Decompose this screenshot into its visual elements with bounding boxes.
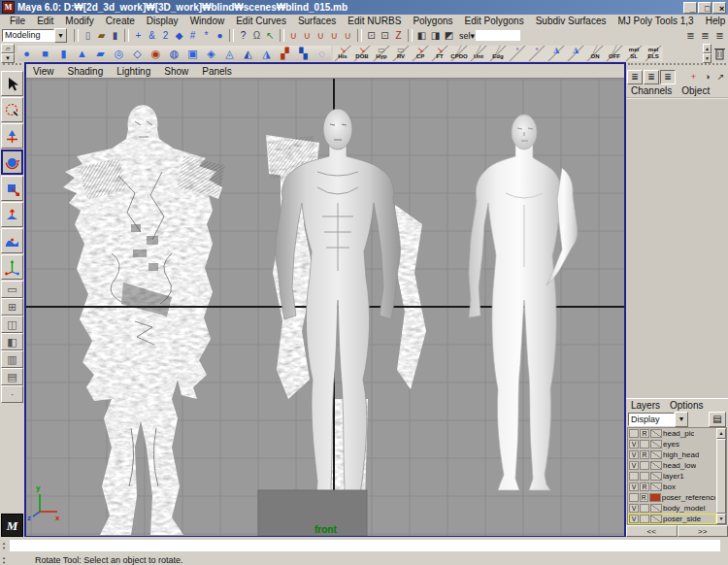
layer-mode-selector[interactable]: Display ▼ <box>628 413 688 426</box>
shelf-script-snap-button[interactable]: * <box>527 46 546 61</box>
menubar-item[interactable]: Polygons <box>407 16 458 26</box>
layer-name[interactable]: poser_reference <box>662 493 715 502</box>
layer-row[interactable]: layer1 <box>628 471 716 482</box>
combine-poly-icon[interactable]: ◍ <box>165 46 183 61</box>
help-mode-icon[interactable]: ? <box>237 29 249 42</box>
tool-settings-toggle-icon[interactable]: ≣ <box>699 29 711 42</box>
hypergraph-persp-layout-button[interactable]: ▥ <box>1 350 23 368</box>
scrollbar-thumb[interactable] <box>716 439 726 514</box>
viewport-menu-item[interactable]: View <box>26 66 61 77</box>
scroll-down-icon[interactable]: ▼ <box>716 514 726 524</box>
select-tool[interactable] <box>1 71 23 96</box>
shelf-rv-button[interactable]: ▭ RV <box>391 46 411 61</box>
layer-display-type-toggle[interactable] <box>640 440 649 449</box>
viewport-menu-item[interactable]: Panels <box>195 66 239 77</box>
viewport-menu-item[interactable]: Shading <box>61 66 111 77</box>
highlight-selection-icon[interactable]: ↖ <box>264 29 277 42</box>
layer-color-swatch[interactable] <box>650 515 662 523</box>
layer-display-type-toggle[interactable] <box>640 504 649 513</box>
layer-row[interactable]: V body_model <box>628 503 716 514</box>
poly-sphere-icon[interactable]: ● <box>17 46 36 61</box>
smooth-poly-icon[interactable]: ◉ <box>147 46 165 61</box>
snap-grid-icon[interactable]: ∪ <box>287 29 300 42</box>
show-manipulator-tool[interactable] <box>1 202 23 227</box>
menu-set-selector[interactable]: Modeling ▼ <box>2 29 67 42</box>
layer-row[interactable]: V poser_side <box>628 514 716 524</box>
layer-name[interactable]: body_model <box>663 504 706 513</box>
layer-name[interactable]: eyes <box>663 440 679 449</box>
layer-display-type-toggle[interactable]: R <box>640 482 649 491</box>
select-nurbs-mask-icon[interactable]: # <box>186 29 199 42</box>
lock-selection-icon[interactable]: Ω <box>250 29 263 42</box>
menubar-item[interactable]: File <box>4 16 31 26</box>
select-rendering-mask-icon[interactable]: ● <box>214 29 226 42</box>
shelf-mel-sl-button[interactable]: mel SL <box>624 46 644 61</box>
quick-select-input[interactable] <box>476 30 520 41</box>
shelf-hyp-button[interactable]: ▭ Hyp <box>372 46 391 61</box>
layer-name[interactable]: head_low <box>663 461 696 470</box>
select-components-icon[interactable]: 2 <box>159 29 172 42</box>
help-line-expand[interactable]: ▲▼ <box>0 555 8 565</box>
layer-visibility-toggle[interactable]: V <box>629 504 639 513</box>
scroll-up-icon[interactable]: ▲ <box>716 428 726 439</box>
layer-scrollbar[interactable]: ▲ ▼ <box>716 428 726 524</box>
close-button[interactable]: × <box>712 2 726 14</box>
poly-cone-icon[interactable]: ▲ <box>73 46 91 61</box>
menubar-item[interactable]: Surfaces <box>292 16 342 26</box>
menubar-item[interactable]: Subdiv Surfaces <box>530 16 612 26</box>
layer-visibility-toggle[interactable]: V <box>629 515 639 523</box>
single-pane-layout-button[interactable]: ▭ <box>1 281 23 298</box>
four-pane-layout-button[interactable]: ⊞ <box>1 298 23 316</box>
attribute-editor-panel-toggle-icon[interactable]: ≣ <box>627 70 643 84</box>
attribute-editor-toggle-icon[interactable]: ≣ <box>684 29 697 42</box>
select-objects-icon[interactable]: & <box>146 29 158 42</box>
manip-slider-icon[interactable]: ↗ <box>714 71 727 83</box>
shelf-mel-els-button[interactable]: mel ELS <box>644 46 663 61</box>
layer-visibility-toggle[interactable]: V <box>629 482 639 491</box>
snap-curve-icon[interactable]: ∪ <box>301 29 314 42</box>
select-hierarchy-icon[interactable]: + <box>132 29 145 42</box>
create-layer-button[interactable]: ▤ <box>709 412 726 427</box>
layer-display-type-toggle[interactable]: R <box>640 429 649 438</box>
input-connections-icon[interactable]: ⊡ <box>365 29 378 42</box>
trash-icon[interactable] <box>713 46 726 60</box>
toolbox-drag-handle[interactable] <box>3 63 21 70</box>
render-current-frame-icon[interactable]: ◧ <box>415 29 428 42</box>
render-globals-icon[interactable]: ◩ <box>443 29 455 42</box>
layer-visibility-toggle[interactable]: V <box>629 440 639 449</box>
shelf-cpdo-button[interactable]: ╱ CPDO <box>449 46 469 61</box>
menubar-item[interactable]: Edit Polygons <box>459 16 530 26</box>
layer-color-swatch[interactable] <box>650 450 662 459</box>
menubar-item[interactable]: Edit <box>31 16 59 26</box>
save-scene-icon[interactable]: ▮ <box>109 29 121 42</box>
menubar-item[interactable]: Modify <box>59 16 99 26</box>
shelf-pyramid-up-button-2[interactable]: ◮ <box>566 46 585 61</box>
lasso-select-tool[interactable] <box>1 97 23 122</box>
make-live-icon[interactable]: ∪ <box>342 29 354 42</box>
quick-select-label[interactable]: sel▾ <box>459 31 475 41</box>
layer-visibility-toggle[interactable] <box>629 429 639 438</box>
poly-plane-icon[interactable]: ▰ <box>91 46 110 61</box>
viewport-menu-item[interactable]: Show <box>157 66 195 77</box>
layer-color-swatch[interactable] <box>650 504 662 513</box>
layer-color-swatch[interactable] <box>650 472 662 481</box>
layer-page-prev-button[interactable]: << <box>626 525 678 537</box>
shelf-dob-button[interactable]: ↘ DOB <box>352 46 372 61</box>
poly-torus-icon[interactable]: ◎ <box>110 46 128 61</box>
poly-cube-icon[interactable]: ■ <box>36 46 54 61</box>
layer-name[interactable]: box <box>663 482 676 491</box>
viewport-menu-item[interactable]: Lighting <box>110 66 157 77</box>
shelf-unt-button[interactable]: ╱ Unt <box>469 46 488 61</box>
snap-point-icon[interactable]: ∪ <box>314 29 327 42</box>
layer-visibility-toggle[interactable]: V <box>629 450 639 459</box>
merge-vertices-icon[interactable]: ▚ <box>294 46 313 61</box>
menubar-item[interactable]: Create <box>100 16 141 26</box>
new-scene-icon[interactable]: ▯ <box>82 29 94 42</box>
extrude-face-icon[interactable]: ◬ <box>220 46 239 61</box>
menubar-item[interactable]: Help <box>700 16 728 26</box>
output-connections-icon[interactable]: ⊡ <box>379 29 391 42</box>
open-scene-icon[interactable]: ▰ <box>95 29 108 42</box>
manip-axes-icon[interactable]: + <box>687 71 700 83</box>
cut-faces-icon[interactable]: ▞ <box>276 46 294 61</box>
layer-row[interactable]: R head_pic <box>628 428 716 439</box>
